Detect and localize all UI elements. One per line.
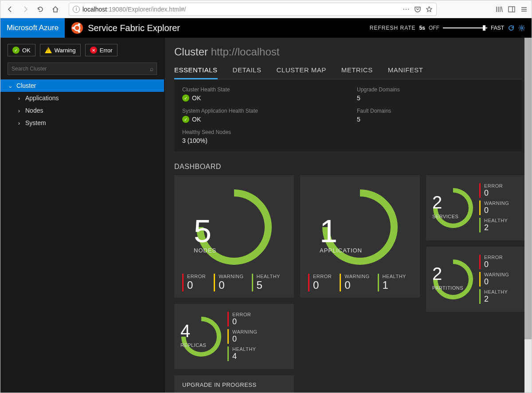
library-icon[interactable] (495, 5, 503, 13)
tab-cluster-map[interactable]: CLUSTER MAP (276, 63, 326, 79)
tree-item-nodes[interactable]: › Nodes (0, 104, 164, 117)
ess-fault-domains-label: Fault Domains (357, 108, 514, 114)
svg-point-6 (78, 30, 80, 32)
url-path: :19080/Explorer/index.html#/ (107, 6, 186, 13)
replicas-healthy: 4 (232, 352, 257, 361)
services-healthy: 2 (484, 223, 509, 232)
ess-fault-domains-value: 5 (357, 116, 514, 123)
refresh-now-icon[interactable] (508, 24, 515, 31)
application-count: 1 (320, 215, 362, 247)
filter-error-button[interactable]: ✕ Error (85, 44, 117, 56)
tree-item-cluster[interactable]: ⌄ Cluster (0, 79, 164, 92)
ok-badge-icon: ✓ (182, 116, 189, 123)
tab-metrics[interactable]: METRICS (341, 63, 373, 79)
essentials-panel: Cluster Health State ✓OK Upgrade Domains… (174, 79, 522, 151)
nodes-error: 0 (187, 279, 206, 291)
ess-system-app-label: System Application Health State (182, 108, 339, 114)
dashboard-card-services: 2 SERVICES ERROR0 WARNING0 HEALTHY2 (426, 175, 532, 240)
nodes-healthy: 5 (257, 279, 280, 291)
stat-label: ERROR (484, 255, 509, 260)
stat-label: HEALTHY (232, 346, 257, 352)
ess-cluster-health-label: Cluster Health State (182, 86, 339, 93)
search-icon[interactable]: ⌕ (150, 65, 153, 72)
stat-label: WARNING (484, 200, 509, 206)
back-button[interactable] (4, 3, 16, 16)
application-healthy: 1 (383, 279, 406, 291)
tree-label-applications: Applications (25, 94, 59, 102)
nodes-count: 5 (194, 215, 216, 247)
partitions-label: PARTITIONS (432, 285, 463, 291)
forward-button[interactable] (19, 3, 31, 16)
svg-point-5 (78, 24, 80, 26)
bookmark-star-icon[interactable] (426, 6, 433, 13)
application-label: APPLICATION (320, 247, 362, 254)
page-actions-icon[interactable]: ⋯ (403, 5, 410, 13)
upgrade-label: UPGRADE IN PROGRESS (182, 381, 257, 388)
url-bar[interactable]: i localhost:19080/Explorer/index.html#/ … (69, 3, 437, 16)
tree-label-cluster: Cluster (16, 82, 36, 89)
tree-label-nodes: Nodes (25, 107, 43, 114)
nav-tree: ⌄ Cluster › Applications › Nodes › Syste… (0, 79, 164, 393)
ess-cluster-health-value: OK (192, 94, 201, 102)
filter-warning-label: Warning (55, 47, 76, 54)
stat-label: ERROR (187, 274, 206, 279)
application-warning: 0 (344, 279, 369, 291)
tab-essentials[interactable]: ESSENTIALS (174, 63, 218, 79)
services-warning: 0 (484, 206, 509, 215)
filter-warning-button[interactable]: Warning (40, 44, 81, 56)
ess-seed-nodes-label: Healthy Seed Nodes (182, 129, 339, 135)
stat-label: HEALTHY (257, 274, 280, 279)
stat-label: WARNING (232, 329, 257, 334)
ess-system-app-value: OK (192, 116, 201, 123)
app-header: Microsoft Azure Service Fabric Explorer … (0, 18, 532, 38)
dashboard-card-application: 1 APPLICATION ERROR0 WARNING0 HEALTHY1 (300, 175, 420, 298)
search-input[interactable] (8, 63, 157, 75)
ubuntu-logo-icon (71, 22, 83, 34)
stat-label: WARNING (484, 272, 509, 277)
tree-item-system[interactable]: › System (0, 117, 164, 129)
dashboard-title: DASHBOARD (174, 163, 522, 171)
sidebar-icon[interactable] (508, 5, 516, 13)
stat-label: HEALTHY (383, 274, 406, 279)
chevron-down-icon: ⌄ (8, 83, 13, 89)
dashboard-card-replicas: 4 REPLICAS ERROR0 WARNING0 HEALTHY4 (174, 304, 294, 369)
pocket-icon[interactable] (414, 6, 421, 13)
settings-gear-icon[interactable] (518, 24, 525, 31)
filter-error-label: Error (100, 47, 113, 54)
refresh-rate-label: REFRESH RATE (370, 25, 416, 31)
svg-rect-0 (509, 7, 515, 12)
scrollbar[interactable] (524, 38, 532, 393)
info-icon[interactable]: i (73, 6, 80, 13)
page-subtitle: http://localhost (211, 46, 280, 58)
replicas-warning: 0 (232, 334, 257, 344)
ok-badge-icon: ✓ (12, 47, 20, 54)
refresh-off-label: OFF (429, 25, 439, 31)
page-title: Cluster http://localhost (174, 46, 522, 58)
reload-button[interactable] (34, 3, 47, 16)
main-content: Cluster http://localhost ESSENTIALS DETA… (164, 38, 532, 393)
svg-point-7 (521, 27, 523, 29)
slider-handle[interactable] (483, 25, 485, 31)
menu-icon[interactable] (520, 5, 528, 13)
tab-details[interactable]: DETAILS (233, 63, 262, 79)
ess-seed-nodes-value: 3 (100%) (182, 137, 339, 144)
replicas-error: 0 (232, 317, 257, 326)
stat-label: ERROR (313, 274, 332, 279)
filter-ok-button[interactable]: ✓ OK (8, 44, 35, 56)
page-title-text: Cluster (174, 46, 208, 58)
scrollbar-thumb[interactable] (524, 38, 532, 339)
services-label: SERVICES (432, 214, 458, 219)
home-button[interactable] (49, 3, 62, 16)
chevron-right-icon: › (16, 107, 22, 114)
stat-label: HEALTHY (484, 289, 509, 295)
stat-label: ERROR (484, 183, 509, 189)
refresh-slider[interactable] (443, 28, 487, 28)
tree-item-applications[interactable]: › Applications (0, 92, 164, 104)
partitions-healthy: 2 (484, 295, 509, 304)
azure-brand: Microsoft Azure (0, 18, 65, 38)
tab-manifest[interactable]: MANIFEST (388, 63, 423, 79)
browser-toolbar: i localhost:19080/Explorer/index.html#/ … (0, 0, 532, 18)
dashboard-card-partitions: 2 PARTITIONS ERROR0 WARNING0 HEALTHY2 (426, 247, 532, 312)
error-badge-icon: ✕ (90, 47, 97, 54)
services-error: 0 (484, 189, 509, 198)
